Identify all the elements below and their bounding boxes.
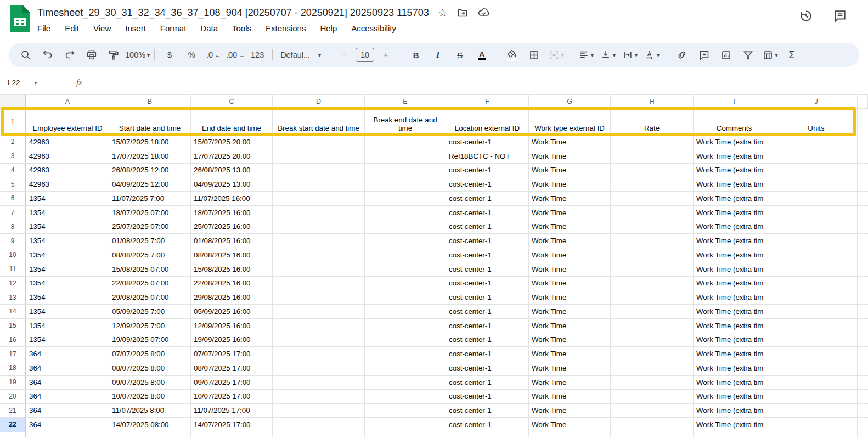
row-header-15[interactable]: 15 (0, 319, 26, 333)
cell-G[interactable] (529, 432, 611, 437)
cell-D14[interactable] (273, 305, 365, 319)
column-header-A[interactable]: A (26, 94, 109, 109)
cell-I13[interactable]: Work Time (extra tim (694, 290, 775, 305)
cell-partial[interactable] (858, 333, 868, 348)
cell-G3[interactable]: Work Time (529, 149, 611, 164)
row-header-19[interactable]: 19 (0, 376, 26, 390)
cell-C10[interactable]: 08/08/2025 16:00 (191, 248, 273, 262)
cell-G22[interactable]: Work Time (529, 418, 611, 432)
cell-partial[interactable] (858, 164, 868, 178)
cell-partial[interactable] (858, 418, 868, 432)
cell-J1[interactable]: Units (775, 109, 858, 135)
cell-I20[interactable]: Work Time (extra tim (694, 390, 775, 404)
cell-B9[interactable]: 01/08/2025 7:00 (109, 234, 191, 248)
more-formats-button[interactable]: 123 (247, 47, 268, 63)
cell-H11[interactable] (611, 262, 694, 277)
menu-insert[interactable]: Insert (125, 24, 146, 33)
cell-H6[interactable] (611, 192, 694, 206)
cell-D2[interactable] (273, 135, 365, 149)
row-header-9[interactable]: 9 (0, 234, 26, 248)
cell-C21[interactable]: 11/07/2025 17:00 (191, 404, 273, 418)
cell-J13[interactable] (775, 290, 858, 305)
cell-H4[interactable] (611, 164, 694, 178)
cell-I15[interactable]: Work Time (extra tim (694, 319, 775, 333)
cell-E15[interactable] (365, 319, 446, 333)
cell-J8[interactable] (775, 220, 858, 234)
cell-F19[interactable]: cost-center-1 (446, 376, 529, 390)
menu-file[interactable]: File (37, 24, 50, 33)
cell-A20[interactable]: 364 (26, 390, 109, 404)
cell-B7[interactable]: 18/07/2025 07:00 (109, 206, 191, 220)
cell-E7[interactable] (365, 206, 446, 220)
search-icon[interactable] (15, 47, 36, 63)
cell-J16[interactable] (775, 333, 858, 348)
table-views-button[interactable]: ▾ (759, 47, 780, 63)
cell-D8[interactable] (273, 220, 365, 234)
cell-G17[interactable]: Work Time (529, 347, 611, 361)
cell-D4[interactable] (273, 164, 365, 178)
cell-G12[interactable]: Work Time (529, 277, 611, 291)
cell-partial[interactable] (858, 109, 868, 135)
cell-E11[interactable] (365, 262, 446, 277)
move-folder-icon[interactable] (456, 7, 469, 19)
row-header-2[interactable]: 2 (0, 135, 26, 149)
cell-F10[interactable]: cost-center-1 (446, 248, 529, 262)
column-header-partial[interactable] (858, 94, 868, 109)
cell-G7[interactable]: Work Time (529, 206, 611, 220)
cell-partial[interactable] (858, 149, 868, 164)
cell-D22[interactable] (273, 418, 365, 432)
cell-B8[interactable]: 25/07/2025 07:00 (109, 220, 191, 234)
row-header-8[interactable]: 8 (0, 220, 26, 234)
column-header-G[interactable]: G (529, 94, 611, 109)
cell-E22[interactable] (365, 418, 446, 432)
cell-E18[interactable] (365, 361, 446, 376)
cell-J11[interactable] (775, 262, 858, 277)
cell-C16[interactable]: 19/09/2025 16:00 (191, 333, 273, 348)
cell-F5[interactable]: cost-center-1 (446, 177, 529, 192)
cell-partial[interactable] (858, 432, 868, 437)
cell-J[interactable] (775, 432, 858, 437)
cell-C11[interactable]: 15/08/2025 16:00 (191, 262, 273, 277)
row-header-6[interactable]: 6 (0, 192, 26, 206)
cell-F20[interactable]: cost-center-1 (446, 390, 529, 404)
cell-F6[interactable]: cost-center-1 (446, 192, 529, 206)
cell-I8[interactable]: Work Time (extra tim (694, 220, 775, 234)
cell-E12[interactable] (365, 277, 446, 291)
cell-D12[interactable] (273, 277, 365, 291)
text-color-button[interactable]: A (471, 47, 492, 63)
cell-I[interactable] (694, 432, 775, 437)
version-history-icon[interactable] (799, 9, 813, 23)
cell-H5[interactable] (611, 177, 694, 192)
row-header-5[interactable]: 5 (0, 177, 26, 192)
cell-C20[interactable]: 10/07/2025 17:00 (191, 390, 273, 404)
cell-E10[interactable] (365, 248, 446, 262)
cell-F4[interactable]: cost-center-1 (446, 164, 529, 178)
bold-button[interactable]: B (405, 47, 426, 63)
cell-G16[interactable]: Work Time (529, 333, 611, 348)
cell-H2[interactable] (611, 135, 694, 149)
cell-F11[interactable]: cost-center-1 (446, 262, 529, 277)
cell-B4[interactable]: 26/08/2025 12:00 (109, 164, 191, 178)
create-filter-icon[interactable] (737, 47, 758, 63)
cell-G14[interactable]: Work Time (529, 305, 611, 319)
cell-B11[interactable]: 15/08/2025 07:00 (109, 262, 191, 277)
cell-E16[interactable] (365, 333, 446, 348)
cell-partial[interactable] (858, 220, 868, 234)
cell-G5[interactable]: Work Time (529, 177, 611, 192)
cell-C15[interactable]: 12/09/2025 16:00 (191, 319, 273, 333)
row-header-1[interactable]: 1 (0, 109, 26, 135)
column-header-B[interactable]: B (109, 94, 191, 109)
cell-D16[interactable] (273, 333, 365, 348)
cell-A8[interactable]: 1354 (26, 220, 109, 234)
cell-J15[interactable] (775, 319, 858, 333)
cell-H21[interactable] (611, 404, 694, 418)
cell-B12[interactable]: 22/08/2025 07:00 (109, 277, 191, 291)
cell-D13[interactable] (273, 290, 365, 305)
cell-A16[interactable]: 1354 (26, 333, 109, 348)
cell-C3[interactable]: 17/07/2025 20:00 (191, 149, 273, 164)
cell-F8[interactable]: cost-center-1 (446, 220, 529, 234)
cell-J9[interactable] (775, 234, 858, 248)
cell-G10[interactable]: Work Time (529, 248, 611, 262)
name-box[interactable]: L22 ▾ (0, 79, 61, 87)
cell-F[interactable] (446, 432, 529, 437)
